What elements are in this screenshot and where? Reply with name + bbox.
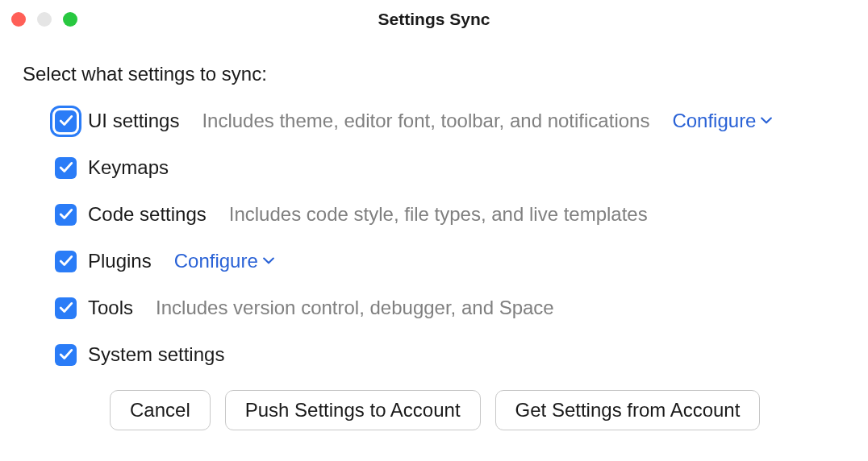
setting-label-ui: UI settings [88, 110, 179, 132]
setting-label-plugins: Plugins [88, 250, 152, 272]
chevron-down-icon [761, 117, 772, 125]
setting-row-keymaps: Keymaps [55, 156, 845, 179]
checkbox-system-settings[interactable] [55, 344, 77, 366]
checkbox-plugins[interactable] [55, 251, 77, 272]
checkbox-code-settings[interactable] [55, 204, 77, 226]
setting-desc-ui: Includes theme, editor font, toolbar, an… [202, 110, 649, 132]
configure-ui-text: Configure [672, 110, 756, 132]
checkmark-icon [59, 160, 73, 175]
checkbox-tools[interactable] [55, 297, 77, 319]
setting-label-code: Code settings [88, 203, 207, 226]
checkbox-ui-settings[interactable] [55, 110, 77, 132]
setting-row-plugins: Plugins Configure [55, 250, 845, 272]
window-zoom-button[interactable] [63, 12, 77, 27]
setting-row-tools: Tools Includes version control, debugger… [55, 297, 845, 319]
get-settings-button[interactable]: Get Settings from Account [495, 390, 761, 430]
checkmark-icon [59, 114, 73, 128]
window-title: Settings Sync [378, 10, 490, 29]
button-row: Cancel Push Settings to Account Get Sett… [110, 366, 845, 446]
setting-desc-code: Includes code style, file types, and liv… [229, 203, 648, 226]
setting-label-system: System settings [88, 343, 224, 366]
setting-desc-tools: Includes version control, debugger, and … [156, 297, 554, 319]
setting-label-tools: Tools [88, 297, 133, 319]
cancel-button[interactable]: Cancel [110, 390, 211, 430]
chevron-down-icon [263, 257, 274, 265]
setting-row-ui: UI settings Includes theme, editor font,… [55, 110, 845, 132]
push-settings-button[interactable]: Push Settings to Account [225, 390, 481, 430]
window-close-button[interactable] [11, 12, 26, 27]
checkmark-icon [59, 301, 73, 315]
settings-sync-window: Settings Sync Select what settings to sy… [0, 0, 868, 461]
prompt-text: Select what settings to sync: [23, 63, 845, 85]
traffic-lights [11, 12, 77, 27]
setting-label-keymaps: Keymaps [88, 156, 169, 179]
setting-row-system: System settings [55, 343, 845, 366]
settings-list: UI settings Includes theme, editor font,… [23, 110, 845, 366]
window-minimize-button[interactable] [37, 12, 52, 27]
configure-plugins-text: Configure [174, 250, 258, 272]
checkmark-icon [59, 207, 73, 222]
content-area: Select what settings to sync: UI setting… [0, 39, 868, 461]
titlebar: Settings Sync [0, 0, 868, 39]
setting-row-code: Code settings Includes code style, file … [55, 203, 845, 226]
configure-ui-link[interactable]: Configure [672, 110, 772, 132]
configure-plugins-link[interactable]: Configure [174, 250, 274, 272]
checkmark-icon [59, 254, 73, 268]
checkbox-keymaps[interactable] [55, 157, 77, 179]
checkmark-icon [59, 347, 73, 362]
